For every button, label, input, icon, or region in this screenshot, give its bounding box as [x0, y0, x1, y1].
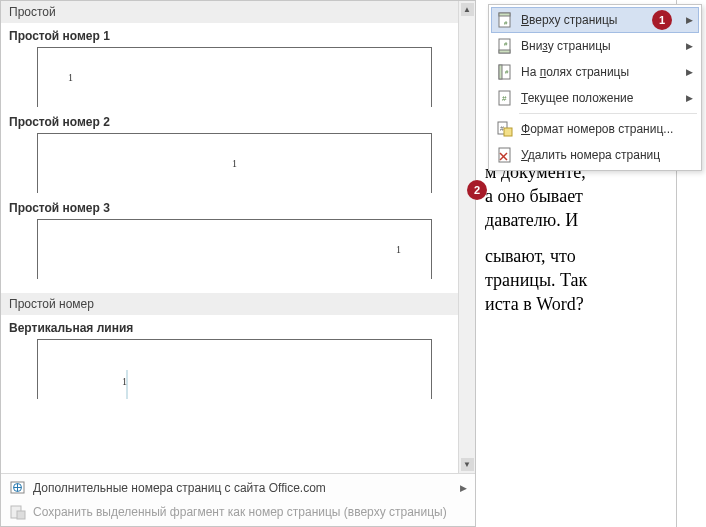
gallery-option-title: Простой номер 3 — [9, 201, 450, 215]
menu-item-label: Внизу страницы — [521, 39, 611, 53]
annotation-badge-1: 1 — [652, 10, 672, 30]
page-current-icon: # — [495, 89, 515, 107]
menu-item-bottom-of-page[interactable]: # Внизу страницы ▶ — [491, 33, 699, 59]
gallery-section-header: Простой — [1, 1, 458, 23]
menu-item-label: Текущее положение — [521, 91, 633, 105]
page-number-gallery: Простой Простой номер 1 1 Простой номер … — [0, 0, 476, 527]
remove-numbers-icon — [495, 146, 515, 164]
page-bottom-icon: # — [495, 37, 515, 55]
footer-more-from-office[interactable]: Дополнительные номера страниц с сайта Of… — [1, 476, 475, 500]
scroll-up-icon[interactable]: ▲ — [461, 3, 474, 16]
page-number-sample: 1 — [122, 376, 127, 387]
office-online-icon — [9, 480, 27, 496]
menu-item-format-page-numbers[interactable]: # Формат номеров страниц... — [491, 116, 699, 142]
gallery-option-preview: 1 — [37, 47, 432, 107]
page-number-sample: 1 — [68, 72, 73, 83]
submenu-arrow-icon: ▶ — [686, 15, 693, 25]
gallery-option-title: Простой номер 1 — [9, 29, 450, 43]
svg-rect-22 — [17, 511, 25, 519]
page-top-icon: # — [495, 11, 515, 29]
svg-rect-1 — [499, 13, 510, 16]
svg-rect-13 — [504, 128, 512, 136]
save-fragment-icon — [9, 504, 27, 520]
svg-rect-7 — [499, 65, 502, 79]
footer-save-selection: Сохранить выделенный фрагмент как номер … — [1, 500, 475, 524]
submenu-arrow-icon: ▶ — [686, 41, 693, 51]
gallery-option-preview: 1 — [37, 219, 432, 279]
svg-text:#: # — [500, 125, 504, 132]
gallery-option-simple-1[interactable]: Простой номер 1 1 — [1, 23, 458, 109]
footer-item-label: Дополнительные номера страниц с сайта Of… — [33, 481, 326, 495]
gallery-option-simple-3[interactable]: Простой номер 3 1 — [1, 195, 458, 281]
page-number-sample: 1 — [396, 244, 401, 255]
gallery-section-header: Простой номер — [1, 293, 458, 315]
menu-item-label: Вверху страницы — [521, 13, 617, 27]
footer-item-label: Сохранить выделенный фрагмент как номер … — [33, 505, 447, 519]
gallery-option-preview: 1 — [37, 133, 432, 193]
page-margin-icon: # — [495, 63, 515, 81]
page-number-sample: 1 — [232, 158, 237, 169]
scroll-down-icon[interactable]: ▼ — [461, 458, 474, 471]
gallery-option-preview: 1 — [37, 339, 432, 399]
gallery-option-title: Вертикальная линия — [9, 321, 450, 335]
svg-text:#: # — [502, 94, 507, 103]
menu-item-label: На полях страницы — [521, 65, 629, 79]
menu-separator — [519, 113, 697, 114]
gallery-option-vertical-line[interactable]: Вертикальная линия 1 — [1, 315, 458, 401]
submenu-arrow-icon: ▶ — [460, 483, 467, 493]
gallery-option-title: Простой номер 2 — [9, 115, 450, 129]
menu-item-page-margins[interactable]: # На полях страницы ▶ — [491, 59, 699, 85]
format-numbers-icon: # — [495, 120, 515, 138]
gallery-scrollbar[interactable]: ▲ ▼ — [458, 1, 475, 473]
menu-item-current-position[interactable]: # Текущее положение ▶ — [491, 85, 699, 111]
gallery-option-simple-2[interactable]: Простой номер 2 1 — [1, 109, 458, 195]
menu-item-label: Удалить номера страниц — [521, 148, 660, 162]
menu-item-label: Формат номеров страниц... — [521, 122, 673, 136]
submenu-arrow-icon: ▶ — [686, 93, 693, 103]
annotation-badge-2: 2 — [467, 180, 487, 200]
submenu-arrow-icon: ▶ — [686, 67, 693, 77]
menu-item-remove-page-numbers[interactable]: Удалить номера страниц — [491, 142, 699, 168]
document-body-text: м документе, а оно бывает давателю. И сы… — [485, 160, 675, 328]
svg-rect-4 — [499, 50, 510, 53]
page-number-menu: # Вверху страницы ▶ # Внизу страницы ▶ #… — [488, 4, 702, 171]
